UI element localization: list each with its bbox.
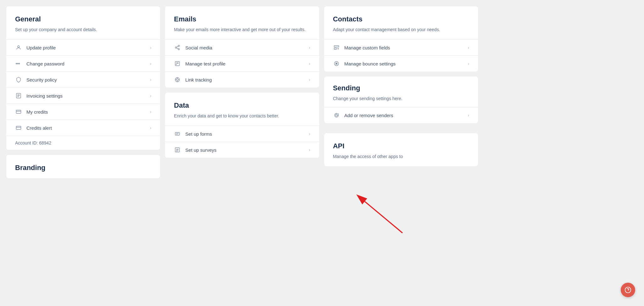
svg-line-44 (365, 201, 402, 233)
email-at-icon (333, 112, 340, 119)
svg-point-3 (19, 63, 20, 64)
credits-alert-icon (15, 124, 22, 131)
chevron-icon: › (309, 77, 310, 82)
my-credits-item[interactable]: My credits › (6, 104, 160, 120)
set-up-surveys-label: Set up surveys (185, 147, 309, 153)
svg-point-2 (17, 63, 18, 64)
survey-icon (174, 146, 181, 153)
chevron-icon: › (468, 61, 469, 66)
manage-custom-fields-label: Manage custom fields (344, 45, 468, 50)
emails-title: Emails (174, 15, 310, 23)
set-up-forms-item[interactable]: Set up forms › (165, 126, 319, 142)
arrow-annotation (340, 183, 434, 246)
data-title: Data (174, 101, 310, 110)
chevron-icon: › (150, 125, 152, 130)
svg-point-42 (336, 114, 337, 116)
social-media-label: Social media (185, 45, 309, 50)
emails-description: Make your emails more interactive and ge… (174, 26, 310, 33)
chevron-icon: › (150, 45, 152, 50)
data-description: Enrich your data and get to know your co… (174, 113, 310, 119)
svg-rect-30 (175, 148, 180, 152)
chevron-icon: › (309, 45, 310, 50)
general-title: General (15, 15, 151, 23)
svg-point-22 (176, 79, 178, 81)
general-header: General Set up your company and account … (6, 6, 160, 39)
svg-point-12 (178, 45, 180, 47)
target-icon (174, 76, 181, 83)
chevron-icon: › (150, 61, 152, 66)
sending-title: Sending (333, 84, 469, 92)
chevron-icon: › (309, 147, 310, 152)
chevron-icon: › (309, 131, 310, 136)
set-up-forms-label: Set up forms (185, 131, 309, 137)
api-title: API (333, 142, 469, 150)
svg-rect-10 (16, 126, 21, 130)
form-icon (174, 130, 181, 137)
invoice-icon (15, 92, 22, 99)
add-remove-senders-label: Add or remove senders (344, 113, 468, 118)
update-profile-item[interactable]: Update profile › (6, 39, 160, 55)
api-description: Manage the access of other apps to (333, 153, 469, 160)
chevron-icon: › (468, 113, 469, 118)
test-icon (174, 60, 181, 67)
manage-test-profile-item[interactable]: Manage test profile › (165, 55, 319, 71)
emails-header: Emails Make your emails more interactive… (165, 6, 319, 39)
update-profile-label: Update profile (26, 45, 150, 50)
credits-alert-item[interactable]: Credits alert › (6, 120, 160, 136)
sending-header: Sending Change your sending settings her… (324, 76, 478, 107)
general-description: Set up your company and account details. (15, 26, 151, 33)
security-policy-label: Security policy (26, 77, 150, 82)
help-icon (625, 286, 631, 293)
security-policy-item[interactable]: Security policy › (6, 71, 160, 88)
chevron-icon: › (150, 93, 152, 98)
contacts-title: Contacts (333, 15, 469, 23)
invoicing-settings-label: Invoicing settings (26, 93, 150, 99)
api-header: API Manage the access of other apps to (324, 133, 478, 166)
change-password-label: Change password (26, 61, 150, 66)
chevron-icon: › (150, 109, 152, 114)
add-remove-senders-item[interactable]: Add or remove senders › (324, 107, 478, 123)
data-header: Data Enrich your data and get to know yo… (165, 93, 319, 126)
manage-bounce-settings-item[interactable]: Manage bounce settings › (324, 55, 478, 71)
share-icon (174, 44, 181, 51)
contacts-description: Adapt your contact management based on y… (333, 26, 469, 33)
password-icon (15, 60, 22, 67)
link-tracking-label: Link tracking (185, 77, 309, 82)
manage-custom-fields-item[interactable]: Manage custom fields › (324, 39, 478, 55)
svg-point-13 (175, 47, 177, 48)
chevron-icon: › (150, 77, 152, 82)
svg-rect-34 (334, 46, 339, 47)
change-password-item[interactable]: Change password › (6, 55, 160, 71)
bounce-icon (333, 60, 340, 67)
help-button[interactable] (621, 283, 635, 297)
svg-line-15 (177, 48, 178, 49)
manage-test-profile-label: Manage test profile (185, 61, 309, 66)
invoicing-settings-item[interactable]: Invoicing settings › (6, 88, 160, 104)
svg-line-16 (177, 46, 178, 47)
chevron-icon: › (309, 61, 310, 66)
account-id: Account ID: 68942 (6, 136, 160, 150)
sending-description: Change your sending settings here. (333, 95, 469, 102)
svg-rect-27 (175, 133, 180, 135)
credits-icon (15, 108, 22, 115)
link-tracking-item[interactable]: Link tracking › (165, 71, 319, 88)
svg-point-0 (18, 46, 19, 48)
svg-point-14 (178, 48, 180, 50)
svg-rect-8 (16, 110, 21, 114)
svg-point-20 (176, 64, 177, 65)
manage-bounce-settings-label: Manage bounce settings (344, 61, 468, 66)
my-credits-label: My credits (26, 109, 150, 115)
set-up-surveys-item[interactable]: Set up surveys › (165, 142, 319, 158)
svg-point-1 (16, 63, 17, 64)
person-icon (15, 44, 22, 51)
shield-icon (15, 76, 22, 83)
chevron-icon: › (468, 45, 469, 50)
fields-icon (333, 44, 340, 51)
social-media-item[interactable]: Social media › (165, 39, 319, 55)
credits-alert-label: Credits alert (26, 125, 150, 131)
svg-rect-35 (334, 48, 336, 50)
contacts-header: Contacts Adapt your contact management b… (324, 6, 478, 39)
branding-title: Branding (15, 164, 151, 172)
